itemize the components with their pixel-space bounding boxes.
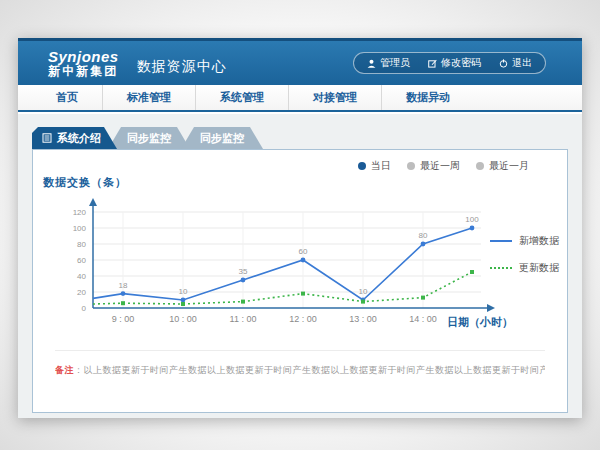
tab-label: 同步监控: [200, 131, 244, 146]
nav-item-system-mgmt[interactable]: 系统管理: [195, 85, 288, 110]
chart-filter-radios: 当日最近一周最近一月: [358, 159, 529, 173]
svg-text:12 : 00: 12 : 00: [289, 314, 317, 324]
svg-text:11 : 00: 11 : 00: [230, 314, 257, 324]
legend-item: 更新数据: [490, 261, 559, 275]
filter-radio-label: 最近一周: [420, 159, 460, 173]
svg-text:10: 10: [359, 287, 368, 296]
svg-text:35: 35: [239, 267, 248, 276]
legend-series-label: 新增数据: [519, 234, 559, 248]
header-actions: 管理员 修改密码 退出: [353, 52, 546, 74]
logo-company-name: 新中新集团: [48, 65, 119, 78]
tab-sync-monitor-1[interactable]: 同步监控: [108, 127, 190, 149]
app-header: Synjones 新中新集团 数据资源中心 管理员 修改密码: [18, 38, 582, 85]
user-button[interactable]: 管理员: [358, 56, 419, 70]
user-button-label: 管理员: [380, 56, 410, 70]
tab-bar: 系统介绍 同步监控 同步监控: [32, 127, 582, 149]
svg-text:60: 60: [299, 247, 308, 256]
svg-text:100: 100: [465, 215, 479, 224]
svg-text:18: 18: [119, 281, 128, 290]
svg-text:60: 60: [77, 256, 86, 265]
tab-system-intro[interactable]: 系统介绍: [32, 127, 117, 149]
nav-item-data-change[interactable]: 数据异动: [381, 85, 474, 110]
nav-item-interface-mgmt[interactable]: 对接管理: [288, 85, 381, 110]
footnote-label: 备注: [55, 365, 74, 375]
tab-sync-monitor-2[interactable]: 同步监控: [181, 127, 263, 149]
svg-text:14 : 00: 14 : 00: [409, 314, 437, 324]
user-icon: [367, 59, 376, 68]
filter-radio-最近一月[interactable]: 最近一月: [476, 159, 529, 173]
change-password-button[interactable]: 修改密码: [419, 56, 490, 70]
svg-text:20: 20: [77, 288, 86, 297]
page-title: 数据资源中心: [137, 58, 227, 76]
radio-dot-icon: [476, 162, 484, 170]
tab-label: 同步监控: [127, 131, 171, 146]
line-chart: 0204060801001209 : 0010 : 0011 : 0012 : …: [35, 192, 515, 332]
radio-dot-icon: [407, 162, 415, 170]
svg-text:10: 10: [179, 287, 188, 296]
legend-item: 新增数据: [490, 234, 559, 248]
main-nav: 首页 标准管理 系统管理 对接管理 数据异动: [18, 85, 582, 112]
svg-text:13 : 00: 13 : 00: [349, 314, 377, 324]
filter-radio-label: 最近一月: [489, 159, 529, 173]
logout-button[interactable]: 退出: [490, 56, 541, 70]
radio-dot-icon: [358, 162, 366, 170]
footnote-text: ：以上数据更新于时间产生数据以上数据更新于时间产生数据以上数据更新于时间产生数据…: [74, 365, 545, 375]
filter-radio-最近一周[interactable]: 最近一周: [407, 159, 460, 173]
svg-text:40: 40: [77, 272, 86, 281]
y-axis-title: 数据交换（条）: [43, 175, 127, 190]
chart-card: 当日最近一周最近一月 数据交换（条） 0204060801001209 : 00…: [32, 149, 568, 413]
svg-text:120: 120: [73, 208, 87, 217]
change-password-label: 修改密码: [441, 56, 481, 70]
svg-text:10 : 00: 10 : 00: [169, 314, 197, 324]
tab-label: 系统介绍: [57, 131, 101, 146]
logo-brand-text: Synjones: [48, 49, 119, 65]
filter-radio-当日[interactable]: 当日: [358, 159, 391, 173]
filter-radio-label: 当日: [371, 159, 391, 173]
footnote: 备注：以上数据更新于时间产生数据以上数据更新于时间产生数据以上数据更新于时间产生…: [55, 350, 545, 377]
svg-text:9 : 00: 9 : 00: [112, 314, 135, 324]
series-legend: 新增数据更新数据: [490, 234, 559, 275]
nav-item-standard-mgmt[interactable]: 标准管理: [102, 85, 195, 110]
app-window: Synjones 新中新集团 数据资源中心 管理员 修改密码: [18, 38, 582, 418]
legend-line-swatch-icon: [490, 240, 512, 242]
legend-series-label: 更新数据: [519, 261, 559, 275]
svg-text:0: 0: [82, 304, 87, 313]
svg-text:100: 100: [73, 224, 87, 233]
power-icon: [499, 59, 508, 68]
svg-text:80: 80: [77, 240, 86, 249]
edit-icon: [428, 59, 437, 68]
legend-line-swatch-icon: [490, 267, 512, 269]
logout-label: 退出: [512, 56, 532, 70]
document-icon: [42, 133, 52, 143]
chart-area: 0204060801001209 : 0010 : 0011 : 0012 : …: [35, 192, 515, 332]
nav-item-home[interactable]: 首页: [32, 85, 102, 110]
content-area: 系统介绍 同步监控 同步监控 当日最近一周最近一月 数据交换（条） 020406…: [18, 114, 582, 418]
svg-text:80: 80: [419, 231, 428, 240]
x-axis-title: 日期（小时）: [447, 315, 513, 330]
company-logo: Synjones 新中新集团: [48, 49, 119, 77]
